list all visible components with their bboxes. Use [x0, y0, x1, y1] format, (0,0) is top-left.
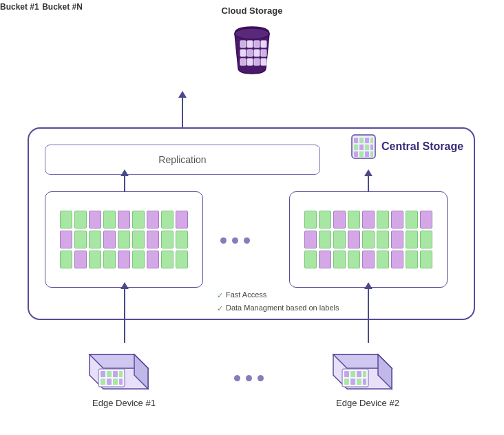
svg-rect-42: [344, 371, 349, 377]
grid-cell: [406, 211, 418, 229]
svg-rect-12: [261, 59, 266, 65]
central-storage-label-group: Central Storage: [351, 134, 463, 159]
grid-cell: [147, 231, 159, 248]
svg-rect-7: [254, 50, 260, 56]
grid-cell: [161, 231, 174, 248]
svg-rect-15: [359, 138, 364, 143]
grid-cell: [89, 231, 101, 248]
grid-cell: [391, 211, 403, 229]
grid-cell: [406, 251, 418, 268]
grid-cell: [103, 251, 116, 268]
svg-rect-22: [354, 151, 358, 157]
svg-rect-32: [113, 371, 118, 377]
grid-cell: [420, 231, 432, 248]
grid-cell: [60, 231, 72, 248]
grid-cell: [420, 251, 432, 268]
edge-device-2: Edge Device #2: [323, 344, 412, 406]
svg-rect-49: [363, 379, 366, 385]
svg-rect-47: [350, 379, 355, 385]
grid-cell: [132, 231, 145, 248]
dot: [234, 375, 240, 381]
grid-cell: [176, 231, 188, 248]
svg-rect-37: [119, 379, 123, 385]
svg-rect-6: [247, 50, 253, 56]
grid-cell: [74, 231, 87, 248]
bucket1-grid: [54, 205, 193, 274]
grid-cell: [60, 251, 72, 268]
grid-cell: [319, 231, 331, 248]
cloud-storage-section: Cloud Storage: [211, 6, 293, 75]
central-storage-icon: [351, 134, 376, 159]
feature-label-1: Fast Access: [226, 289, 266, 301]
replication-box: Replication: [45, 145, 320, 175]
svg-rect-46: [344, 379, 349, 385]
svg-rect-48: [357, 379, 361, 385]
svg-rect-36: [113, 379, 118, 385]
svg-rect-18: [354, 145, 358, 150]
svg-rect-11: [254, 59, 260, 65]
svg-rect-3: [254, 41, 260, 47]
edge-device-2-label: Edge Device #2: [323, 398, 412, 408]
grid-cell: [348, 231, 360, 248]
grid-cell: [161, 211, 174, 229]
grid-cell: [319, 211, 331, 229]
grid-cell: [319, 251, 331, 268]
svg-rect-1: [240, 41, 246, 47]
check-icon-2: ✓: [217, 303, 223, 315]
bucketn-label: Bucket #N: [42, 2, 83, 12]
grid-cell: [391, 251, 403, 268]
central-storage-text: Central Storage: [381, 140, 463, 153]
arrow-edgedevice1-up: [124, 288, 125, 343]
arrow-bucket1-to-replication: [124, 175, 125, 191]
grid-cell: [362, 211, 375, 229]
grid-cell: [176, 251, 188, 268]
grid-cell: [377, 231, 389, 248]
cloud-storage-label: Cloud Storage: [222, 6, 283, 16]
grid-cell: [377, 251, 389, 268]
svg-rect-4: [261, 41, 266, 47]
edge-device-1-label: Edge Device #1: [79, 398, 169, 408]
svg-rect-30: [101, 371, 105, 377]
bucketn-box: [289, 191, 448, 288]
svg-rect-45: [363, 371, 366, 377]
cloud-storage-icon: [228, 20, 276, 75]
dot: [232, 237, 238, 244]
dot: [220, 237, 227, 244]
grid-cell: [147, 211, 159, 229]
svg-rect-35: [107, 379, 112, 385]
bucketn-grid: [299, 205, 438, 274]
grid-cell: [74, 211, 87, 229]
feature-item-1: ✓ Fast Access: [217, 289, 339, 302]
bucket1-label: Bucket #1: [0, 2, 39, 12]
grid-cell: [103, 211, 116, 229]
grid-cell: [60, 211, 72, 229]
grid-cell: [103, 231, 116, 248]
grid-cell: [118, 231, 130, 248]
grid-cell: [147, 251, 159, 268]
dot: [244, 237, 250, 244]
svg-rect-16: [365, 138, 369, 143]
dot: [258, 375, 264, 381]
edge-device-1-icon: [79, 344, 169, 392]
grid-cell: [391, 231, 403, 248]
grid-cell: [362, 251, 375, 268]
grid-cell: [420, 211, 432, 229]
svg-rect-20: [365, 145, 369, 150]
grid-cell: [132, 211, 145, 229]
svg-rect-34: [101, 379, 105, 385]
svg-rect-44: [357, 371, 361, 377]
svg-point-0: [235, 28, 269, 39]
svg-rect-10: [247, 59, 253, 65]
grid-cell: [362, 231, 375, 248]
check-icon-1: ✓: [217, 290, 223, 302]
grid-cell: [333, 251, 346, 268]
diagram-container: Cloud Storage: [0, 0, 504, 435]
svg-rect-25: [370, 151, 373, 157]
grid-cell: [304, 251, 317, 268]
feature-item-2: ✓ Data Managment based on labels: [217, 302, 339, 315]
grid-cell: [304, 211, 317, 229]
dots-between-buckets: [220, 237, 250, 244]
dots-between-edge-devices: [234, 375, 264, 381]
svg-rect-19: [359, 145, 364, 150]
grid-cell: [348, 251, 360, 268]
